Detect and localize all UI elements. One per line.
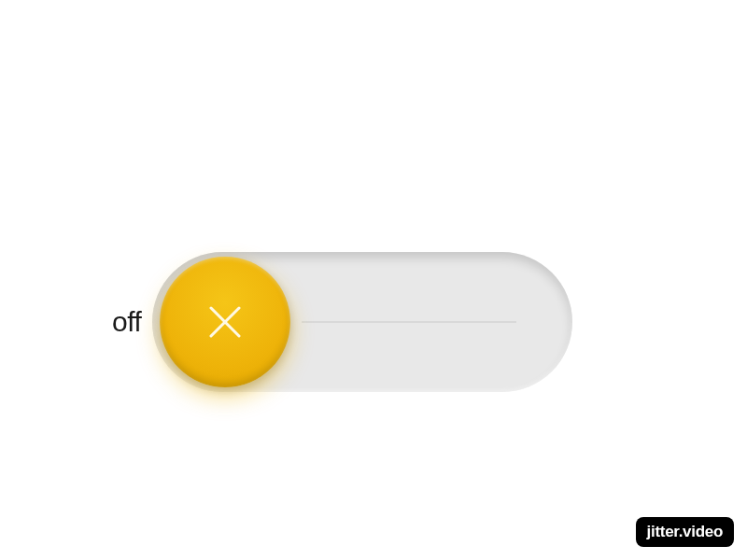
toggle-switch-container: off [112, 252, 572, 392]
toggle-state-label: off [112, 306, 141, 338]
x-icon [202, 299, 248, 345]
watermark-badge: jitter.video [636, 517, 734, 547]
toggle-switch[interactable] [152, 252, 572, 392]
toggle-track-line [302, 322, 516, 323]
toggle-knob[interactable] [160, 257, 290, 387]
